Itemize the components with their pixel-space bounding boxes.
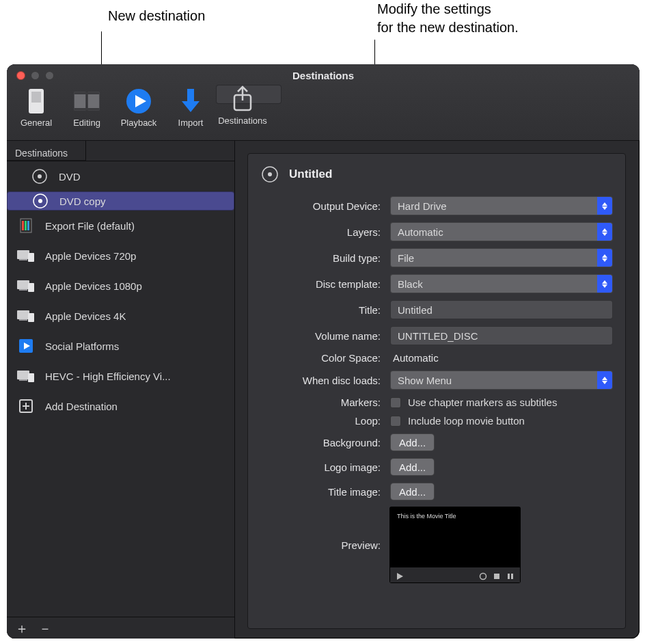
select-layers[interactable]: Automatic — [390, 222, 613, 241]
select-build-type[interactable]: File — [390, 248, 613, 267]
select-output-device-value: Hard Drive — [398, 200, 447, 212]
annotation-callouts: New destination Modify the settings for … — [0, 0, 645, 70]
sidebar-item-label: Add Destination — [45, 401, 118, 412]
checkbox-loop[interactable] — [390, 416, 401, 427]
checkbox-markers[interactable] — [390, 397, 401, 408]
disc-icon — [30, 167, 49, 186]
svg-rect-31 — [17, 371, 29, 379]
button-add-logo[interactable]: Add... — [390, 458, 435, 476]
sidebar-item-add-destination[interactable]: Add Destination — [7, 391, 234, 421]
sidebar-item-apple-4k[interactable]: Apple Devices 4K — [7, 301, 234, 331]
preferences-toolbar: General Editing — [11, 85, 635, 139]
button-add-background[interactable]: Add... — [390, 433, 435, 451]
tab-destinations[interactable]: Destinations — [216, 85, 282, 104]
svg-rect-24 — [19, 289, 27, 291]
add-button[interactable]: ＋ — [15, 621, 29, 635]
sidebar-item-label: Apple Devices 720p — [45, 250, 136, 262]
sidebar-item-label: Apple Devices 4K — [45, 310, 126, 322]
settings-card: Untitled Output Device: Hard Drive Layer… — [247, 153, 626, 629]
label-loop: Loop: — [355, 415, 381, 427]
label-color-space: Color Space: — [321, 352, 381, 364]
preview-next-icon[interactable] — [506, 571, 514, 579]
share-up-icon — [229, 85, 256, 113]
preview-title-text: This is the Movie Title — [397, 513, 456, 520]
button-add-title-image[interactable]: Add... — [390, 483, 435, 500]
svg-rect-19 — [27, 221, 29, 230]
text-markers: Use chapter markers as subtitles — [408, 397, 557, 408]
sidebar-item-apple-720p[interactable]: Apple Devices 720p — [7, 241, 234, 271]
svg-rect-17 — [22, 221, 24, 230]
devices-icon — [16, 306, 36, 325]
tab-general-label: General — [20, 118, 52, 128]
titlebar: Destinations General — [7, 64, 640, 141]
select-output-device[interactable]: Hard Drive — [390, 196, 613, 215]
sidebar-item-label: DVD copy — [59, 196, 106, 207]
select-disc-template-value: Black — [398, 278, 423, 290]
plus-box-icon — [16, 397, 36, 416]
svg-rect-27 — [19, 319, 27, 321]
preferences-window: Destinations General — [7, 64, 640, 639]
row-markers: Use chapter markers as subtitles — [390, 397, 613, 408]
window-body: Destinations DVD DVD copy — [7, 141, 640, 639]
svg-rect-1 — [31, 92, 41, 103]
label-output-device: Output Device: — [313, 200, 381, 212]
preview-loop-icon[interactable] — [479, 571, 487, 579]
label-background: Background: — [323, 437, 381, 448]
input-volume-name-value: UNTITLED_DISC — [398, 330, 478, 342]
preview-stop-icon[interactable] — [493, 571, 501, 579]
tab-editing-label: Editing — [73, 118, 100, 128]
sidebar-item-label: Social Platforms — [45, 340, 119, 352]
sidebar-item-apple-1080p[interactable]: Apple Devices 1080p — [7, 271, 234, 301]
callout-right: Modify the settings for the new destinat… — [377, 0, 519, 37]
sidebar-item-export-file[interactable]: Export File (default) — [7, 211, 234, 241]
svg-rect-3 — [88, 92, 100, 111]
tab-editing[interactable]: Editing — [61, 85, 112, 137]
svg-rect-18 — [25, 221, 27, 230]
text-loop: Include loop movie button — [408, 415, 525, 427]
svg-rect-28 — [28, 313, 34, 322]
switch-icon — [23, 88, 50, 115]
sidebar-item-dvd-copy[interactable]: DVD copy — [7, 191, 234, 211]
input-title[interactable]: Untitled — [390, 300, 613, 319]
sidebar-item-label: DVD — [59, 171, 81, 183]
settings-panel: Untitled Output Device: Hard Drive Layer… — [235, 141, 640, 639]
label-layers: Layers: — [347, 226, 381, 238]
devices-icon — [16, 276, 36, 295]
sidebar-footer: ＋ － — [7, 617, 234, 639]
preview-play-icon[interactable] — [396, 571, 404, 579]
svg-rect-41 — [494, 574, 499, 579]
input-volume-name[interactable]: UNTITLED_DISC — [390, 326, 613, 345]
label-title-image: Title image: — [328, 486, 381, 498]
tab-import[interactable]: Import — [165, 85, 216, 137]
tab-import-label: Import — [178, 118, 204, 128]
window-title: Destinations — [7, 70, 640, 81]
label-logo: Logo image: — [324, 461, 381, 473]
label-title: Title: — [359, 304, 381, 316]
svg-rect-23 — [17, 280, 29, 289]
sidebar-item-label: HEVC - High Efficiency Vi... — [45, 371, 171, 382]
sidebar-item-social[interactable]: Social Platforms — [7, 331, 234, 361]
svg-rect-2 — [74, 92, 86, 111]
label-markers: Markers: — [341, 397, 381, 408]
chevrons-icon — [597, 223, 612, 241]
label-disc-template: Disc template: — [316, 278, 381, 290]
svg-rect-42 — [508, 574, 510, 579]
devices-icon — [16, 246, 36, 265]
tab-playback[interactable]: Playback — [112, 85, 165, 137]
svg-rect-25 — [28, 283, 34, 292]
disc-icon — [31, 191, 50, 211]
callout-left: New destination — [108, 8, 205, 24]
tab-playback-label: Playback — [121, 118, 157, 128]
sidebar-item-hevc[interactable]: HEVC - High Efficiency Vi... — [7, 361, 234, 391]
tab-general[interactable]: General — [11, 85, 61, 137]
select-when-disc-loads[interactable]: Show Menu — [390, 371, 613, 390]
sidebar-item-dvd[interactable]: DVD — [7, 161, 234, 191]
label-preview: Preview: — [341, 539, 381, 551]
destinations-list: DVD DVD copy Export File (default) — [7, 161, 234, 617]
sidebar-item-label: Apple Devices 1080p — [45, 280, 142, 292]
sidebar-item-label: Export File (default) — [45, 220, 135, 232]
select-build-type-value: File — [398, 252, 414, 264]
remove-button[interactable]: － — [38, 621, 52, 635]
select-disc-template[interactable]: Black — [390, 274, 613, 293]
svg-rect-43 — [511, 574, 513, 579]
